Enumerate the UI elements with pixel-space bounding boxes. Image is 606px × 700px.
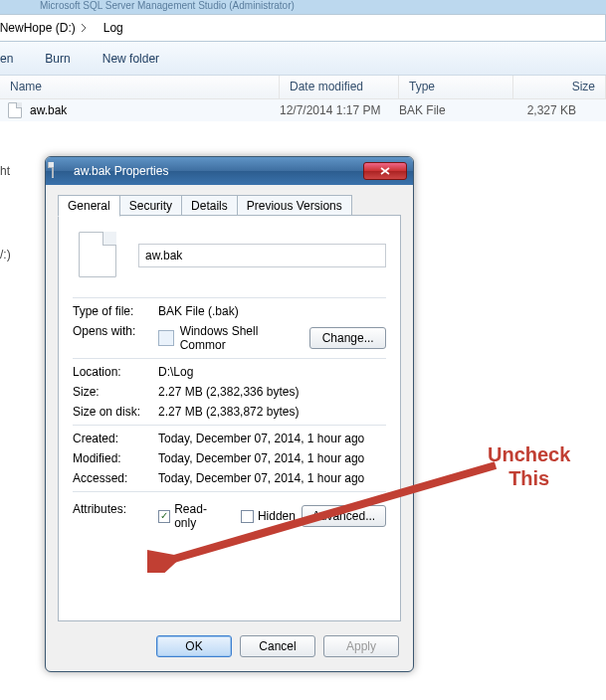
file-type: BAK File bbox=[399, 103, 513, 117]
advanced-button[interactable]: Advanced... bbox=[302, 505, 386, 527]
separator bbox=[73, 297, 386, 298]
address-breadcrumb[interactable]: uter NewHope (D:) Log bbox=[0, 14, 606, 42]
separator bbox=[73, 491, 386, 492]
apply-button[interactable]: Apply bbox=[323, 635, 399, 657]
label-opens-with: Opens with: bbox=[73, 324, 158, 352]
label-attributes: Attributes: bbox=[73, 502, 158, 530]
dialog-titlebar[interactable]: aw.bak Properties bbox=[46, 157, 413, 185]
readonly-label: Read-only bbox=[174, 502, 225, 530]
label-type: Type of file: bbox=[73, 304, 158, 318]
breadcrumb-label: NewHope (D:) bbox=[0, 21, 76, 35]
dialog-title: aw.bak Properties bbox=[74, 164, 168, 178]
new-folder-button[interactable]: New folder bbox=[87, 42, 175, 75]
file-name: aw.bak bbox=[30, 103, 280, 117]
open-button[interactable]: en bbox=[0, 42, 29, 75]
explorer-toolbar: en Burn New folder bbox=[0, 42, 606, 76]
fragment-text: ht bbox=[0, 159, 18, 183]
filename-input[interactable]: aw.bak bbox=[138, 244, 386, 267]
label-created: Created: bbox=[73, 432, 158, 445]
tab-security[interactable]: Security bbox=[119, 195, 182, 216]
annotation-text: UncheckThis bbox=[488, 442, 570, 490]
label-modified: Modified: bbox=[73, 451, 158, 465]
label-size-on-disk: Size on disk: bbox=[73, 405, 158, 419]
checkbox-icon: ✓ bbox=[158, 510, 170, 523]
breadcrumb-label: Log bbox=[103, 21, 123, 35]
column-header-size[interactable]: Size bbox=[513, 76, 606, 98]
chevron-right-icon bbox=[80, 23, 88, 33]
tab-previous-versions[interactable]: Previous Versions bbox=[237, 195, 352, 216]
breadcrumb-seg-folder[interactable]: Log bbox=[94, 15, 129, 41]
value-size: 2.27 MB (2,382,336 bytes) bbox=[158, 385, 386, 399]
separator bbox=[73, 358, 386, 359]
close-icon bbox=[380, 167, 390, 175]
value-created: Today, December 07, 2014, 1 hour ago bbox=[158, 432, 386, 445]
dialog-button-row: OK Cancel Apply bbox=[156, 635, 399, 657]
file-row[interactable]: aw.bak 12/7/2014 1:17 PM BAK File 2,327 … bbox=[0, 99, 606, 121]
label-location: Location: bbox=[73, 365, 158, 379]
checkbox-icon bbox=[241, 510, 254, 523]
value-opens-with: Windows Shell Commor bbox=[180, 324, 304, 352]
value-type: BAK File (.bak) bbox=[158, 304, 386, 318]
background-app-titlebar: Microsoft SQL Server Management Studio (… bbox=[0, 0, 606, 14]
value-location: D:\Log bbox=[158, 365, 386, 379]
file-icon bbox=[52, 163, 68, 179]
readonly-checkbox[interactable]: ✓Read-only bbox=[158, 502, 225, 530]
cropped-nav-fragment: ht /:) bbox=[0, 159, 18, 266]
properties-dialog: aw.bak Properties General Security Detai… bbox=[45, 156, 414, 672]
cancel-button[interactable]: Cancel bbox=[240, 635, 315, 657]
change-button[interactable]: Change... bbox=[309, 327, 386, 349]
file-icon bbox=[0, 102, 30, 118]
column-headers: Name Date modified Type Size bbox=[0, 76, 606, 99]
close-button[interactable] bbox=[363, 162, 407, 180]
value-modified: Today, December 07, 2014, 1 hour ago bbox=[158, 451, 386, 465]
tab-details[interactable]: Details bbox=[181, 195, 238, 216]
separator bbox=[73, 425, 386, 426]
tab-page-general: aw.bak Type of file:BAK File (.bak) Open… bbox=[58, 215, 401, 621]
tab-strip: General Security Details Previous Versio… bbox=[58, 195, 351, 216]
value-size-on-disk: 2.27 MB (2,383,872 bytes) bbox=[158, 405, 386, 419]
label-accessed: Accessed: bbox=[73, 471, 158, 485]
file-type-icon bbox=[79, 232, 116, 277]
hidden-label: Hidden bbox=[258, 509, 296, 523]
app-icon bbox=[158, 330, 174, 346]
file-size: 2,327 KB bbox=[513, 103, 606, 117]
ok-button[interactable]: OK bbox=[156, 635, 232, 657]
file-date: 12/7/2014 1:17 PM bbox=[280, 103, 399, 117]
fragment-text: /:) bbox=[0, 243, 18, 266]
hidden-checkbox[interactable]: Hidden bbox=[241, 509, 296, 523]
column-header-type[interactable]: Type bbox=[399, 76, 513, 98]
label-size: Size: bbox=[73, 385, 158, 399]
value-accessed: Today, December 07, 2014, 1 hour ago bbox=[158, 471, 386, 485]
breadcrumb-seg-drive[interactable]: NewHope (D:) bbox=[0, 15, 94, 41]
tab-general[interactable]: General bbox=[58, 195, 120, 217]
column-header-date[interactable]: Date modified bbox=[280, 76, 399, 98]
column-header-name[interactable]: Name bbox=[0, 76, 280, 98]
burn-button[interactable]: Burn bbox=[29, 42, 86, 75]
